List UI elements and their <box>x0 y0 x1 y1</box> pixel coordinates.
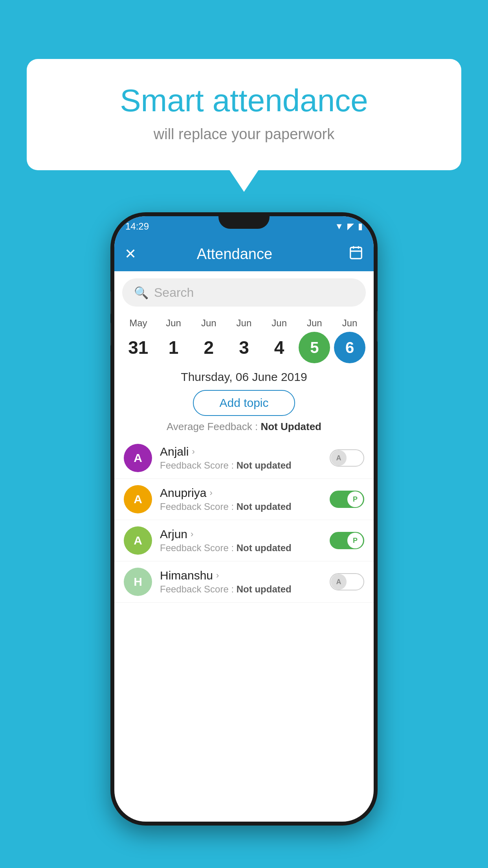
wifi-icon: ▼ <box>335 221 343 232</box>
chevron-right-icon: › <box>216 570 219 581</box>
chevron-right-icon: › <box>191 529 193 539</box>
app-header: ✕ Attendance <box>114 237 374 271</box>
cal-date-number[interactable]: 4 <box>264 332 295 363</box>
student-item[interactable]: AAnupriya›Feedback Score : Not updatedP <box>114 479 374 520</box>
svg-rect-0 <box>350 247 362 259</box>
student-info: Anupriya›Feedback Score : Not updated <box>160 486 330 512</box>
attendance-toggle-container[interactable]: P <box>330 532 364 549</box>
student-avatar: A <box>124 444 152 472</box>
cal-date-number[interactable]: 2 <box>193 332 224 363</box>
student-avatar: A <box>124 485 152 513</box>
status-icons: ▼ ◤ ▮ <box>335 221 363 232</box>
attendance-toggle-container[interactable]: P <box>330 491 364 508</box>
cal-month-label: Jun <box>307 318 322 329</box>
cal-date-number[interactable]: 5 <box>299 332 330 363</box>
volume-down-button[interactable] <box>110 322 111 346</box>
chevron-right-icon: › <box>209 488 212 498</box>
student-info: Himanshu›Feedback Score : Not updated <box>160 569 330 595</box>
student-feedback: Feedback Score : Not updated <box>160 584 330 595</box>
calendar-day[interactable]: Jun1 <box>158 318 189 363</box>
cal-month-label: Jun <box>166 318 181 329</box>
calendar-day[interactable]: Jun5 <box>299 318 330 363</box>
student-item[interactable]: AArjun›Feedback Score : Not updatedP <box>114 520 374 561</box>
phone-notch <box>218 212 270 229</box>
student-list: AAnjali›Feedback Score : Not updatedAAAn… <box>114 438 374 603</box>
cal-month-label: May <box>129 318 147 329</box>
student-name[interactable]: Himanshu› <box>160 569 330 582</box>
average-feedback: Average Feedback : Not Updated <box>114 421 374 433</box>
student-item[interactable]: AAnjali›Feedback Score : Not updatedA <box>114 438 374 479</box>
toggle-knob: P <box>347 491 363 507</box>
signal-icon: ◤ <box>347 221 354 232</box>
power-button[interactable] <box>377 311 378 342</box>
add-topic-button[interactable]: Add topic <box>193 390 295 416</box>
calendar-day[interactable]: Jun2 <box>193 318 224 363</box>
student-info: Arjun›Feedback Score : Not updated <box>160 528 330 554</box>
bubble-subtitle: will replace your paperwork <box>46 126 442 143</box>
student-name[interactable]: Anupriya› <box>160 486 330 500</box>
calendar-icon[interactable] <box>349 245 363 263</box>
avg-feedback-value: Not Updated <box>261 421 321 432</box>
volume-up-button[interactable] <box>110 291 111 314</box>
calendar-strip: May31Jun1Jun2Jun3Jun4Jun5Jun6 <box>114 314 374 363</box>
battery-icon: ▮ <box>358 221 363 232</box>
calendar-day[interactable]: Jun3 <box>228 318 260 363</box>
header-title: Attendance <box>121 246 349 263</box>
cal-date-number[interactable]: 31 <box>123 332 154 363</box>
cal-month-label: Jun <box>342 318 358 329</box>
cal-date-number[interactable]: 1 <box>158 332 189 363</box>
student-item[interactable]: HHimanshu›Feedback Score : Not updatedA <box>114 561 374 603</box>
calendar-day[interactable]: May31 <box>123 318 154 363</box>
phone-shell: 14:29 ▼ ◤ ▮ ✕ Attendance <box>110 212 378 826</box>
cal-month-label: Jun <box>272 318 287 329</box>
student-feedback: Feedback Score : Not updated <box>160 501 330 512</box>
cal-date-number[interactable]: 3 <box>228 332 260 363</box>
student-feedback: Feedback Score : Not updated <box>160 460 330 471</box>
attendance-toggle[interactable]: A <box>330 449 364 467</box>
avg-feedback-label: Average Feedback : <box>167 421 258 432</box>
toggle-knob: A <box>331 574 347 590</box>
student-avatar: H <box>124 568 152 596</box>
search-icon: 🔍 <box>134 286 149 300</box>
calendar-day[interactable]: Jun6 <box>334 318 365 363</box>
search-input-placeholder: Search <box>154 285 194 300</box>
attendance-toggle[interactable]: P <box>330 532 364 549</box>
cal-month-label: Jun <box>201 318 216 329</box>
calendar-day[interactable]: Jun4 <box>264 318 295 363</box>
toggle-knob: A <box>331 450 347 466</box>
attendance-toggle-container[interactable]: A <box>330 573 364 590</box>
speech-bubble: Smart attendance will replace your paper… <box>27 59 461 170</box>
student-avatar: A <box>124 526 152 555</box>
search-bar[interactable]: 🔍 Search <box>122 278 366 307</box>
student-info: Anjali›Feedback Score : Not updated <box>160 445 330 471</box>
phone-screen: 14:29 ▼ ◤ ▮ ✕ Attendance <box>114 216 374 822</box>
toggle-knob: P <box>347 533 363 548</box>
student-name[interactable]: Anjali› <box>160 445 330 458</box>
attendance-toggle-container[interactable]: A <box>330 449 364 467</box>
cal-month-label: Jun <box>237 318 252 329</box>
cal-date-number[interactable]: 6 <box>334 332 365 363</box>
phone-wrapper: 14:29 ▼ ◤ ▮ ✕ Attendance <box>110 212 378 826</box>
selected-date-display: Thursday, 06 June 2019 <box>114 363 374 388</box>
attendance-toggle[interactable]: P <box>330 491 364 508</box>
student-feedback: Feedback Score : Not updated <box>160 542 330 554</box>
attendance-toggle[interactable]: A <box>330 573 364 590</box>
bubble-title: Smart attendance <box>46 83 442 119</box>
student-name[interactable]: Arjun› <box>160 528 330 541</box>
chevron-right-icon: › <box>192 447 194 457</box>
status-time: 14:29 <box>125 221 149 232</box>
